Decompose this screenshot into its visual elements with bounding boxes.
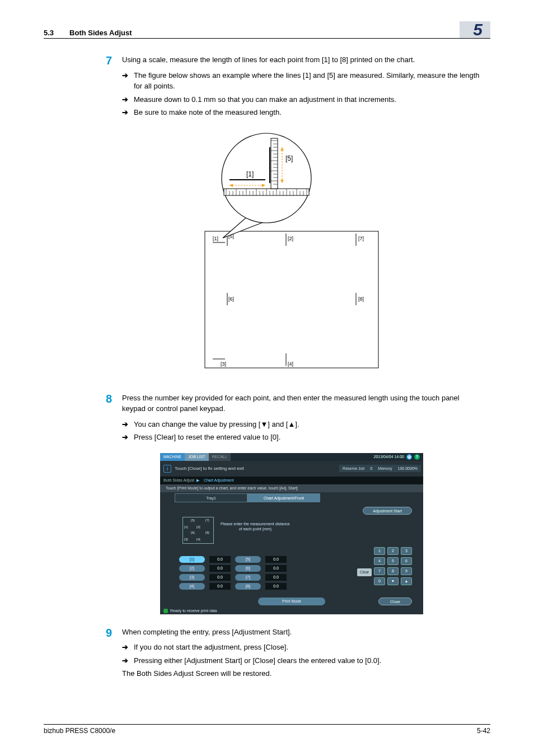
point-8-value: 0.0 xyxy=(265,583,287,590)
page-header: 5.3 Both Sides Adjust 5 xyxy=(44,21,490,39)
key-3[interactable]: 3 xyxy=(401,547,412,555)
step-tail-text: The Both Sides Adjust Screen will be res… xyxy=(122,668,485,679)
key-8[interactable]: 8 xyxy=(387,567,399,575)
arrow-icon: ➔ xyxy=(122,107,128,118)
point-7-button[interactable]: [7] xyxy=(235,574,261,581)
bullet-text: Be sure to make note of the measured len… xyxy=(134,107,485,118)
key-0[interactable]: 0 xyxy=(374,577,385,585)
bullet-text: The figure below shows an example where … xyxy=(134,70,485,92)
point-1-value: 0.0 xyxy=(209,556,231,563)
measurement-diagram: [1] [5] [2] [7] [6] [8] [3] [4] xyxy=(99,130,485,379)
footer-right: 5-42 xyxy=(477,727,490,735)
bullet-text: Measure down to 0.1 mm so that you can m… xyxy=(134,94,485,105)
clear-button[interactable]: Clear xyxy=(357,568,372,576)
label-1: [1] xyxy=(213,236,218,241)
tab-machine[interactable]: MACHINE xyxy=(160,453,185,461)
datetime: 2013/04/04 14:00 xyxy=(374,455,405,459)
key-6[interactable]: 6 xyxy=(401,557,412,565)
page-footer: bizhub PRESS C8000/e 5-42 xyxy=(44,724,490,735)
tab-recall[interactable]: RECALL xyxy=(209,453,231,461)
help-text-1: Please enter the measurement distance xyxy=(221,521,290,526)
point-7-value: 0.0 xyxy=(265,574,287,581)
tab-tray[interactable]: Tray1 xyxy=(175,493,247,502)
svg-point-9 xyxy=(222,133,311,223)
arrow-icon: ➔ xyxy=(122,94,128,105)
reserve-count: 0 xyxy=(370,466,372,470)
step-text: Press the number key provided for each p… xyxy=(122,393,485,414)
help-text-2: of each point (mm) xyxy=(221,526,290,531)
section-number: 5.3 xyxy=(44,29,54,37)
step-number: 9 xyxy=(99,627,112,682)
arrow-icon: ➔ xyxy=(122,419,128,430)
point-5-value: 0.0 xyxy=(265,556,287,563)
help-icon[interactable]: ? xyxy=(414,454,420,460)
step-text: Using a scale, measure the length of lin… xyxy=(122,54,485,66)
panel-screenshot: MACHINE JOB LIST RECALL 2013/04/04 14:00… xyxy=(99,453,485,614)
point-4-button[interactable]: [4] xyxy=(179,583,205,590)
memory-value: 100.0000% xyxy=(398,466,418,470)
key-1[interactable]: 1 xyxy=(374,547,385,555)
label-8: [8] xyxy=(358,296,364,302)
point-1-button[interactable]: [1] xyxy=(179,556,205,563)
point-5-button[interactable]: [5] xyxy=(235,556,261,563)
label-7: [7] xyxy=(358,236,364,241)
step-9: 9 When completing the entry, press [Adju… xyxy=(99,627,485,682)
tab-chart-adjust[interactable]: Chart Adjustment/Front xyxy=(247,493,320,502)
label-6: [6] xyxy=(228,296,234,302)
info-message: Touch [Close] to fix setting and exit xyxy=(175,466,244,471)
bullet-text: If you do not start the adjustment, pres… xyxy=(134,642,485,653)
arrow-icon: ➔ xyxy=(122,655,128,666)
status-icon xyxy=(163,609,168,613)
tab-joblist[interactable]: JOB LIST xyxy=(185,453,208,461)
point-4-value: 0.0 xyxy=(209,583,231,590)
power-icon[interactable]: ⏻ xyxy=(406,454,412,460)
key-7[interactable]: 7 xyxy=(374,567,385,575)
status-text: Ready to receive print data xyxy=(170,609,217,613)
step-number: 7 xyxy=(99,54,112,120)
key-2[interactable]: 2 xyxy=(387,547,399,555)
bullet-text: Pressing either [Adjustment Start] or [C… xyxy=(134,655,485,666)
chapter-badge: 5 xyxy=(460,21,490,38)
label-2: [2] xyxy=(288,236,293,241)
key-5[interactable]: 5 xyxy=(387,557,399,565)
key-4[interactable]: 4 xyxy=(374,557,385,565)
adjustment-start-button[interactable]: Adjustment Start xyxy=(363,507,412,515)
key-9[interactable]: 9 xyxy=(401,567,412,575)
label-4: [4] xyxy=(288,361,293,367)
reserve-label: Reserve Job xyxy=(343,466,364,470)
memory-label: Memory xyxy=(378,466,392,470)
tip-bar: Touch [Print Mode] to output a chart, an… xyxy=(160,484,423,492)
step-7: 7 Using a scale, measure the length of l… xyxy=(99,54,485,120)
mini-chart-thumbnail: [1] [5] [2] [7] [6] [8] [3] [4] xyxy=(182,517,214,544)
key-down[interactable]: ▼ xyxy=(387,577,399,585)
magnifier-label-5: [5] xyxy=(285,155,293,162)
step-text: When completing the entry, press [Adjust… xyxy=(122,627,485,638)
step-number: 8 xyxy=(99,393,112,445)
arrow-icon: ➔ xyxy=(122,70,128,92)
close-button[interactable]: Close xyxy=(378,598,412,605)
key-up[interactable]: ▲ xyxy=(401,577,412,585)
section-title: Both Sides Adjust xyxy=(69,29,132,37)
point-3-value: 0.0 xyxy=(209,574,231,581)
label-3: [3] xyxy=(221,361,226,367)
point-3-button[interactable]: [3] xyxy=(179,574,205,581)
magnifier-label-1: [1] xyxy=(246,170,254,178)
breadcrumb: Both Sides Adjust ▶ Chart Adjustment xyxy=(160,477,423,484)
bullet-text: Press [Clear] to reset the entered value… xyxy=(134,432,485,443)
keypad: 1 2 3 4 5 6 7 8 9 0 ▼ ▲ xyxy=(374,547,412,585)
svg-rect-36 xyxy=(271,138,278,189)
step-8: 8 Press the number key provided for each… xyxy=(99,393,485,445)
arrow-icon: ➔ xyxy=(122,642,128,653)
bullet-text: You can change the value by pressing [▼]… xyxy=(134,419,485,430)
info-icon: i xyxy=(163,465,171,473)
point-6-button[interactable]: [6] xyxy=(235,565,261,572)
point-2-button[interactable]: [2] xyxy=(179,565,205,572)
point-6-value: 0.0 xyxy=(265,565,287,572)
point-2-value: 0.0 xyxy=(209,565,231,572)
point-8-button[interactable]: [8] xyxy=(235,583,261,590)
print-mode-button[interactable]: Print Mode xyxy=(258,598,325,605)
footer-left: bizhub PRESS C8000/e xyxy=(44,727,115,735)
arrow-icon: ➔ xyxy=(122,432,128,443)
